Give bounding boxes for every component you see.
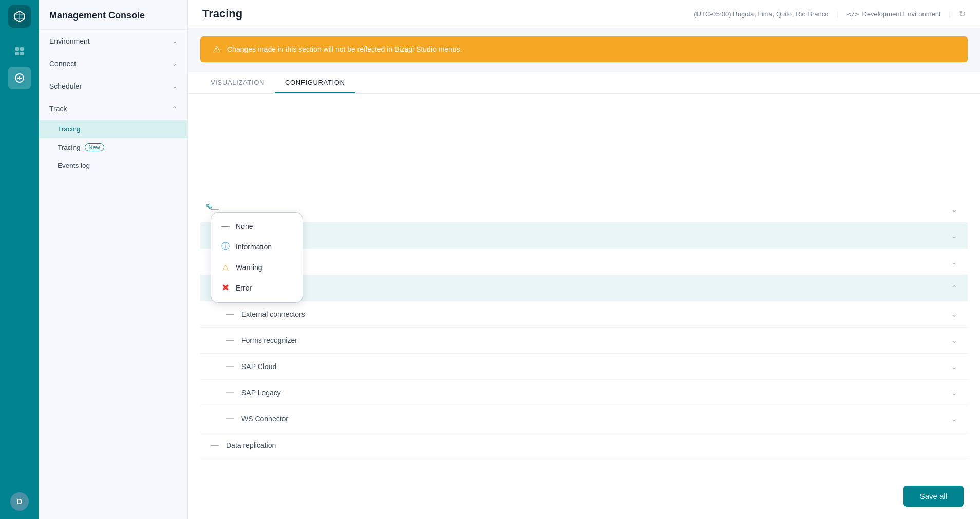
dash-icon: —: [226, 310, 234, 319]
refresh-button[interactable]: ↻: [959, 9, 966, 19]
sidebar-item-tracing[interactable]: Tracing: [39, 120, 187, 138]
nav-group-track-header[interactable]: Track ⌃: [39, 98, 187, 120]
nav-group-connect: Connect ⌄: [39, 52, 187, 75]
config-row-connectors[interactable]: — Connectors ⌃: [200, 275, 968, 301]
nav-sidebar: Management Console Environment ⌄ Connect…: [39, 0, 188, 519]
svg-rect-2: [15, 52, 19, 55]
dash-icon: —: [226, 336, 234, 345]
nav-group-connect-header[interactable]: Connect ⌄: [39, 52, 187, 75]
dropdown-option-error[interactable]: ✖ Error: [211, 277, 303, 298]
svg-rect-0: [15, 47, 19, 51]
sidebar-item-tracing-new[interactable]: Tracing New: [39, 138, 187, 157]
content-area: ✎ — None ⓘ Information △ Warning ✖ Error: [188, 94, 980, 519]
page-header: Tracing (UTC-05:00) Bogota, Lima, Quito,…: [188, 0, 980, 28]
chevron-down-icon: ⌄: [951, 258, 957, 266]
timezone-label: (UTC-05:00) Bogota, Lima, Quito, Rio Bra…: [694, 10, 828, 18]
nav-title: Management Console: [39, 0, 187, 30]
chevron-down-icon: ⌄: [172, 37, 177, 45]
dropdown-option-none-label: None: [236, 222, 253, 230]
icon-sidebar: D: [0, 0, 39, 519]
dash-icon: —: [211, 440, 219, 450]
dash-icon: —: [226, 362, 234, 371]
app-logo[interactable]: [8, 5, 31, 28]
nav-group-environment: Environment ⌄: [39, 30, 187, 52]
sidebar-item-events-log[interactable]: Events log: [39, 157, 187, 175]
svg-rect-3: [20, 52, 24, 55]
config-section: ✎ — None ⓘ Information △ Warning ✖ Error: [200, 197, 968, 458]
chevron-down-icon: ⌄: [951, 310, 957, 318]
edit-pencil-icon[interactable]: ✎: [205, 202, 213, 213]
tab-configuration[interactable]: CONFIGURATION: [275, 72, 355, 93]
env-label: </> Development Environment: [847, 10, 941, 18]
external-connectors-label: External connectors: [241, 310, 305, 318]
nav-group-scheduler-label: Scheduler: [49, 82, 82, 90]
warning-icon: △: [220, 262, 231, 272]
warning-triangle-icon: ⚠: [213, 44, 221, 55]
chevron-down-icon: ⌄: [951, 232, 957, 240]
save-all-button[interactable]: Save all: [903, 486, 964, 507]
config-row-data-replication[interactable]: — Data replication: [200, 432, 968, 458]
config-row-sap-cloud[interactable]: — SAP Cloud ⌄: [200, 354, 968, 380]
config-row-2[interactable]: — ⌄: [200, 223, 968, 249]
dash-icon: —: [226, 388, 234, 397]
nav-group-connect-label: Connect: [49, 60, 76, 68]
info-circle-icon: ⓘ: [220, 241, 231, 252]
chevron-down-icon: ⌄: [951, 389, 957, 397]
avatar-section: D: [10, 492, 29, 511]
nav-group-scheduler-header[interactable]: Scheduler ⌄: [39, 75, 187, 98]
config-row-1[interactable]: — ⌄: [200, 197, 968, 223]
nav-group-environment-header[interactable]: Environment ⌄: [39, 30, 187, 52]
sap-cloud-label: SAP Cloud: [241, 362, 276, 371]
warning-banner: ⚠ Changes made in this section will not …: [200, 36, 968, 62]
config-rows-container: — ⌄ — ⌄ — ⌄: [200, 197, 968, 458]
dropdown-popup: — None ⓘ Information △ Warning ✖ Error: [211, 212, 303, 303]
nav-icon-track[interactable]: [8, 67, 31, 89]
chevron-down-icon: ⌄: [951, 415, 957, 423]
config-row-ws-connector[interactable]: — WS Connector ⌄: [200, 406, 968, 432]
tabs-bar: VISUALIZATION CONFIGURATION: [188, 72, 980, 94]
chevron-down-icon: ⌄: [172, 60, 177, 67]
header-separator: |: [837, 10, 839, 18]
dropdown-option-information[interactable]: ⓘ Information: [211, 236, 303, 257]
dropdown-option-warning[interactable]: △ Warning: [211, 257, 303, 277]
dropdown-option-warning-label: Warning: [236, 263, 262, 272]
chevron-down-icon: ⌄: [172, 83, 177, 90]
sap-legacy-label: SAP Legacy: [241, 389, 281, 397]
chevron-up-icon: ⌃: [172, 105, 177, 112]
config-row-sap-legacy[interactable]: — SAP Legacy ⌄: [200, 380, 968, 406]
code-icon: </>: [847, 10, 859, 18]
header-right: (UTC-05:00) Bogota, Lima, Quito, Rio Bra…: [694, 9, 966, 19]
error-circle-icon: ✖: [220, 282, 231, 293]
ws-connector-label: WS Connector: [241, 415, 288, 423]
header-separator-2: |: [949, 10, 951, 18]
warning-text: Changes made in this section will not be…: [227, 45, 462, 53]
tab-visualization[interactable]: VISUALIZATION: [200, 72, 275, 93]
user-avatar[interactable]: D: [10, 492, 29, 511]
dropdown-option-none[interactable]: — None: [211, 217, 303, 236]
dash-icon: —: [226, 414, 234, 424]
config-row-forms-recognizer[interactable]: — Forms recognizer ⌄: [200, 328, 968, 354]
svg-rect-1: [20, 47, 24, 51]
nav-icon-home[interactable]: [8, 40, 31, 63]
new-badge: New: [85, 143, 104, 151]
nav-group-scheduler: Scheduler ⌄: [39, 75, 187, 98]
main-content: Tracing (UTC-05:00) Bogota, Lima, Quito,…: [188, 0, 980, 519]
dropdown-option-error-label: Error: [236, 284, 252, 292]
config-row-3[interactable]: — ⌄: [200, 249, 968, 275]
nav-group-environment-label: Environment: [49, 37, 90, 45]
chevron-down-icon: ⌄: [951, 205, 957, 214]
dropdown-option-information-label: Information: [236, 243, 272, 251]
chevron-up-icon: ⌃: [951, 284, 957, 292]
chevron-down-icon: ⌄: [951, 362, 957, 371]
nav-group-track: Track ⌃ Tracing Tracing New Events log: [39, 98, 187, 175]
data-replication-label: Data replication: [226, 441, 276, 449]
none-icon: —: [220, 222, 231, 231]
page-title: Tracing: [202, 7, 242, 21]
config-row-external-connectors[interactable]: — External connectors ⌄: [200, 301, 968, 328]
chevron-down-icon: ⌄: [951, 336, 957, 344]
forms-recognizer-label: Forms recognizer: [241, 336, 297, 344]
nav-group-track-label: Track: [49, 105, 67, 113]
